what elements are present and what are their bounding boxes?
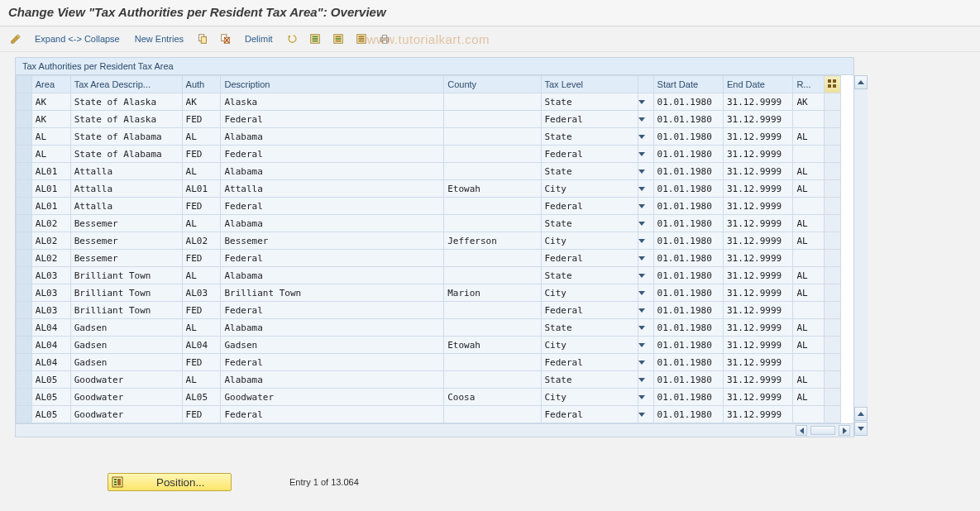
- table-row[interactable]: AKState of AlaskaAKAlaskaState01.01.1980…: [17, 93, 841, 111]
- row-selector[interactable]: [17, 146, 32, 163]
- cell-end[interactable]: 31.12.9999: [723, 389, 792, 406]
- cell-county[interactable]: [444, 128, 541, 146]
- row-selector[interactable]: [17, 302, 32, 319]
- cell-area[interactable]: AL02: [31, 250, 70, 267]
- table-row[interactable]: AL01AttallaALAlabamaState01.01.198031.12…: [17, 163, 841, 180]
- cell-auth[interactable]: AL05: [182, 389, 221, 406]
- cell-taxlevel[interactable]: State: [541, 128, 638, 146]
- cell-adesc[interactable]: Alabama: [221, 267, 444, 284]
- cell-adesc[interactable]: Attalla: [221, 180, 444, 198]
- toggle-change-icon[interactable]: [9, 32, 22, 45]
- cell-adesc[interactable]: Federal: [221, 354, 444, 371]
- cell-county[interactable]: [444, 267, 541, 284]
- cell-auth[interactable]: AL04: [182, 337, 221, 354]
- cell-taxlevel[interactable]: Federal: [541, 250, 638, 267]
- column-header-configure[interactable]: [824, 76, 840, 93]
- cell-auth[interactable]: AL01: [182, 180, 221, 198]
- cell-county[interactable]: [444, 302, 541, 319]
- cell-r[interactable]: AL: [793, 128, 825, 146]
- cell-auth[interactable]: AK: [182, 93, 221, 111]
- cell-county[interactable]: Coosa: [444, 389, 541, 406]
- cell-adesc[interactable]: Bessemer: [221, 232, 444, 250]
- row-selector[interactable]: [17, 406, 32, 423]
- row-selector[interactable]: [17, 250, 32, 267]
- cell-adesc[interactable]: Federal: [221, 198, 444, 215]
- cell-adesc[interactable]: Alaska: [221, 93, 444, 111]
- table-row[interactable]: AKState of AlaskaFEDFederalFederal01.01.…: [17, 111, 841, 128]
- cell-r[interactable]: AL: [793, 232, 825, 250]
- cell-end[interactable]: 31.12.9999: [723, 267, 792, 284]
- cell-area[interactable]: AL03: [31, 284, 70, 302]
- cell-start[interactable]: 01.01.1980: [653, 128, 723, 146]
- cell-county[interactable]: [444, 406, 541, 423]
- table-row[interactable]: AL01AttallaFEDFederalFederal01.01.198031…: [17, 198, 841, 215]
- cell-desc[interactable]: Goodwater: [70, 406, 182, 423]
- cell-desc[interactable]: Goodwater: [70, 371, 182, 389]
- table-row[interactable]: AL03Brilliant TownALAlabamaState01.01.19…: [17, 267, 841, 284]
- cell-county[interactable]: Jefferson: [444, 232, 541, 250]
- vertical-scrollbar[interactable]: [853, 75, 868, 437]
- column-header-auth[interactable]: Auth: [182, 76, 221, 93]
- cell-taxlevel[interactable]: City: [541, 180, 638, 198]
- scroll-page-up-button[interactable]: [854, 407, 868, 421]
- cell-taxlevel[interactable]: Federal: [541, 146, 638, 163]
- cell-auth[interactable]: FED: [182, 198, 221, 215]
- cell-taxlevel-dropdown[interactable]: [638, 93, 653, 111]
- cell-taxlevel-dropdown[interactable]: [638, 163, 653, 180]
- cell-taxlevel-dropdown[interactable]: [638, 302, 653, 319]
- column-header-adesc[interactable]: Description: [221, 76, 444, 93]
- cell-taxlevel-dropdown[interactable]: [638, 371, 653, 389]
- cell-area[interactable]: AK: [31, 93, 70, 111]
- scroll-left-button[interactable]: [796, 425, 807, 436]
- cell-desc[interactable]: Bessemer: [70, 250, 182, 267]
- cell-adesc[interactable]: Federal: [221, 250, 444, 267]
- cell-taxlevel-dropdown[interactable]: [638, 389, 653, 406]
- cell-desc[interactable]: Gadsen: [70, 319, 182, 337]
- cell-r[interactable]: AL: [793, 319, 825, 337]
- cell-adesc[interactable]: Brilliant Town: [221, 284, 444, 302]
- cell-county[interactable]: Etowah: [444, 180, 541, 198]
- delete-icon[interactable]: [219, 32, 232, 45]
- cell-adesc[interactable]: Alabama: [221, 215, 444, 232]
- cell-taxlevel[interactable]: State: [541, 319, 638, 337]
- cell-r[interactable]: [793, 198, 825, 215]
- cell-desc[interactable]: Bessemer: [70, 215, 182, 232]
- table-row[interactable]: AL02BessemerAL02BessemerJeffersonCity01.…: [17, 232, 841, 250]
- position-button[interactable]: Position...: [108, 473, 232, 491]
- cell-desc[interactable]: Attalla: [70, 163, 182, 180]
- cell-county[interactable]: [444, 111, 541, 128]
- select-all-icon[interactable]: [308, 32, 322, 45]
- row-selector[interactable]: [17, 337, 32, 354]
- cell-auth[interactable]: FED: [182, 354, 221, 371]
- row-selector[interactable]: [17, 389, 32, 406]
- cell-taxlevel-dropdown[interactable]: [638, 180, 653, 198]
- cell-desc[interactable]: State of Alabama: [70, 128, 182, 146]
- cell-adesc[interactable]: Federal: [221, 111, 444, 128]
- cell-end[interactable]: 31.12.9999: [723, 163, 792, 180]
- scroll-up-button[interactable]: [854, 75, 868, 89]
- cell-desc[interactable]: State of Alaska: [70, 93, 182, 111]
- cell-county[interactable]: Etowah: [444, 337, 541, 354]
- cell-auth[interactable]: FED: [182, 406, 221, 423]
- cell-taxlevel[interactable]: City: [541, 389, 638, 406]
- undo-icon[interactable]: [285, 32, 299, 45]
- cell-area[interactable]: AL02: [31, 215, 70, 232]
- table-row[interactable]: AL05GoodwaterAL05GoodwaterCoosaCity01.01…: [17, 389, 841, 406]
- cell-end[interactable]: 31.12.9999: [723, 371, 792, 389]
- cell-taxlevel-dropdown[interactable]: [638, 337, 653, 354]
- cell-area[interactable]: AL05: [31, 406, 70, 423]
- cell-end[interactable]: 31.12.9999: [723, 406, 792, 423]
- column-header-end[interactable]: End Date: [723, 76, 792, 93]
- cell-start[interactable]: 01.01.1980: [653, 111, 723, 128]
- cell-taxlevel-dropdown[interactable]: [638, 406, 653, 423]
- cell-auth[interactable]: AL02: [182, 232, 221, 250]
- cell-desc[interactable]: Gadsen: [70, 337, 182, 354]
- expand-collapse-button[interactable]: Expand <-> Collapse: [31, 31, 123, 47]
- row-selector[interactable]: [17, 198, 32, 215]
- table-row[interactable]: AL04GadsenAL04GadsenEtowahCity01.01.1980…: [17, 337, 841, 354]
- delimit-button[interactable]: Delimit: [241, 31, 276, 47]
- column-header-taxlevel[interactable]: Tax Level: [541, 76, 638, 93]
- cell-start[interactable]: 01.01.1980: [653, 371, 723, 389]
- cell-county[interactable]: [444, 250, 541, 267]
- cell-auth[interactable]: AL: [182, 319, 221, 337]
